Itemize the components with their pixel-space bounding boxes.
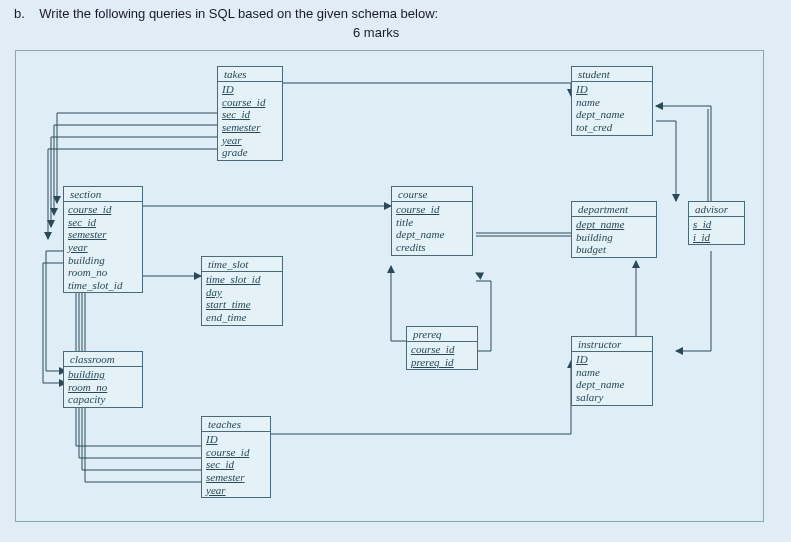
attr: semester	[206, 471, 266, 484]
entity-takes: takes ID course_id sec_id semester year …	[217, 66, 283, 161]
attr: ID	[576, 83, 648, 96]
entity-advisor: advisor s_id i_id	[688, 201, 745, 245]
attr: year	[68, 241, 138, 254]
attr: sec_id	[222, 108, 278, 121]
attr: dept_name	[576, 218, 652, 231]
attr: building	[576, 231, 652, 244]
attr: prereq_id	[411, 356, 473, 369]
attr: sec_id	[206, 458, 266, 471]
entity-prereq: prereq course_id prereq_id	[406, 326, 478, 370]
attr: ID	[222, 83, 278, 96]
attr: building	[68, 368, 138, 381]
attr: course_id	[396, 203, 468, 216]
attr: name	[576, 366, 648, 379]
attr: s_id	[693, 218, 740, 231]
entity-prereq-attrs: course_id prereq_id	[407, 342, 477, 369]
attr: grade	[222, 146, 278, 159]
attr: salary	[576, 391, 648, 404]
entity-title: advisor	[689, 202, 744, 217]
entity-teaches-attrs: ID course_id sec_id semester year	[202, 432, 270, 497]
attr: name	[576, 96, 648, 109]
attr: time_slot_id	[68, 279, 138, 292]
er-diagram: takes ID course_id sec_id semester year …	[15, 50, 764, 522]
entity-instructor-attrs: ID name dept_name salary	[572, 352, 652, 405]
attr: dept_name	[576, 108, 648, 121]
attr: tot_cred	[576, 121, 648, 134]
attr: ID	[576, 353, 648, 366]
entity-title: prereq	[407, 327, 477, 342]
attr: budget	[576, 243, 652, 256]
entity-title: time_slot	[202, 257, 282, 272]
entity-classroom-attrs: building room_no capacity	[64, 367, 142, 407]
entity-student-attrs: ID name dept_name tot_cred	[572, 82, 652, 135]
attr: course_id	[68, 203, 138, 216]
entity-time-slot: time_slot time_slot_id day start_time en…	[201, 256, 283, 326]
attr: course_id	[206, 446, 266, 459]
attr: ID	[206, 433, 266, 446]
attr: day	[206, 286, 278, 299]
entity-title: teaches	[202, 417, 270, 432]
attr: room_no	[68, 266, 138, 279]
attr: start_time	[206, 298, 278, 311]
attr: i_id	[693, 231, 740, 244]
attr: room_no	[68, 381, 138, 394]
attr: year	[206, 484, 266, 497]
entity-course-attrs: course_id title dept_name credits	[392, 202, 472, 255]
question-label: b. Write the following queries in SQL ba…	[14, 6, 438, 21]
attr: title	[396, 216, 468, 229]
attr: semester	[68, 228, 138, 241]
entity-student: student ID name dept_name tot_cred	[571, 66, 653, 136]
entity-teaches: teaches ID course_id sec_id semester yea…	[201, 416, 271, 498]
attr: course_id	[222, 96, 278, 109]
attr: dept_name	[576, 378, 648, 391]
attr: year	[222, 134, 278, 147]
attr: sec_id	[68, 216, 138, 229]
attr: credits	[396, 241, 468, 254]
attr: time_slot_id	[206, 273, 278, 286]
entity-time-slot-attrs: time_slot_id day start_time end_time	[202, 272, 282, 325]
entity-title: classroom	[64, 352, 142, 367]
entity-instructor: instructor ID name dept_name salary	[571, 336, 653, 406]
attr: dept_name	[396, 228, 468, 241]
attr: semester	[222, 121, 278, 134]
entity-course: course course_id title dept_name credits	[391, 186, 473, 256]
entity-title: department	[572, 202, 656, 217]
attr: course_id	[411, 343, 473, 356]
attr: building	[68, 254, 138, 267]
entity-takes-attrs: ID course_id sec_id semester year grade	[218, 82, 282, 160]
question-marks: 6 marks	[353, 25, 399, 40]
entity-classroom: classroom building room_no capacity	[63, 351, 143, 408]
entity-title: student	[572, 67, 652, 82]
entity-advisor-attrs: s_id i_id	[689, 217, 744, 244]
entity-title: course	[392, 187, 472, 202]
question-number: b.	[14, 6, 25, 21]
entity-section-attrs: course_id sec_id semester year building …	[64, 202, 142, 292]
question-body: Write the following queries in SQL based…	[39, 6, 438, 21]
attr: end_time	[206, 311, 278, 324]
entity-title: takes	[218, 67, 282, 82]
entity-title: instructor	[572, 337, 652, 352]
entity-department-attrs: dept_name building budget	[572, 217, 656, 257]
entity-title: section	[64, 187, 142, 202]
entity-department: department dept_name building budget	[571, 201, 657, 258]
entity-section: section course_id sec_id semester year b…	[63, 186, 143, 293]
attr: capacity	[68, 393, 138, 406]
